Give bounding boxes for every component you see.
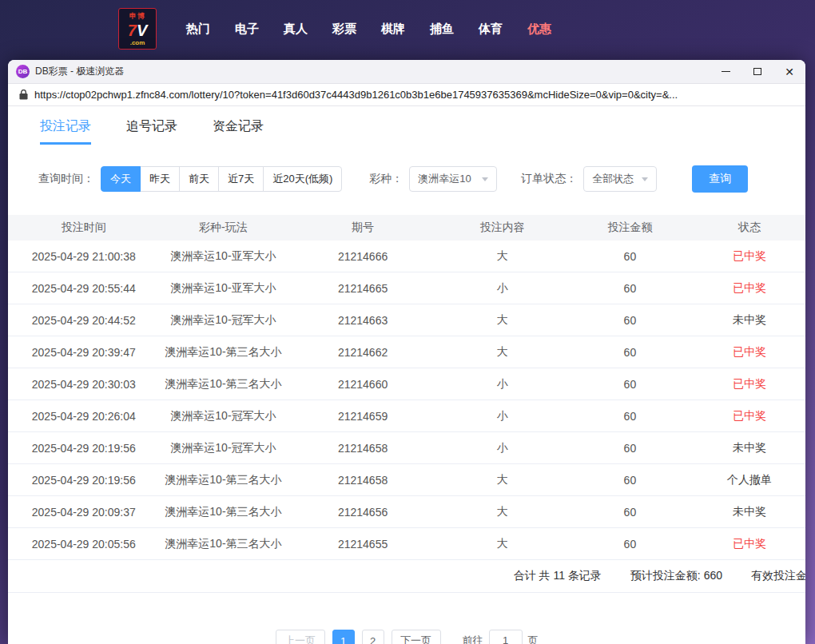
cell-status: 已中奖: [694, 345, 805, 360]
window-titlebar[interactable]: DB DB彩票 - 极速浏览器 ✕: [8, 60, 805, 84]
order-status-select[interactable]: 全部状态: [583, 166, 657, 192]
app-icon: DB: [16, 65, 30, 78]
cell-issue: 21214658: [287, 474, 439, 487]
site-logo-text-main: 7V: [128, 22, 147, 39]
cell-content: 大: [439, 249, 567, 264]
cell-game: 澳洲幸运10-第三名大小: [160, 473, 288, 487]
page-number-1[interactable]: 1: [332, 630, 355, 644]
table-row: 2025-04-29 20:19:56 澳洲幸运10-冠军大小 21214658…: [8, 432, 805, 464]
summary-expected-amount: 预计投注金额: 660: [630, 569, 722, 583]
cell-amount: 60: [567, 474, 694, 487]
minimize-button[interactable]: [710, 60, 741, 84]
time-filter-20days[interactable]: 近20天(低频): [263, 166, 342, 192]
site-top-nav: 申博 7V .com 热门 电子 真人 彩票 棋牌 捕鱼 体育 优惠: [0, 0, 815, 58]
query-button[interactable]: 查询: [692, 165, 748, 193]
nav-item-cards[interactable]: 棋牌: [381, 22, 405, 37]
nav-item-hot[interactable]: 热门: [186, 22, 210, 37]
table-summary: 合计 共 11 条记录 预计投注金额: 660 有效投注金额: [8, 560, 805, 593]
cell-game: 澳洲幸运10-冠军大小: [160, 409, 288, 423]
time-filter-yesterday[interactable]: 昨天: [140, 166, 180, 192]
header-status: 状态: [694, 221, 805, 235]
table-row: 2025-04-29 20:30:03 澳洲幸运10-第三名大小 2121466…: [8, 368, 805, 400]
address-bar[interactable]: https://ctop02pchwp1.zfnc84.com/lottery/…: [8, 84, 805, 106]
cell-content: 大: [439, 313, 567, 328]
table-row: 2025-04-29 21:00:38 澳洲幸运10-亚军大小 21214666…: [8, 241, 805, 272]
page-number-2[interactable]: 2: [362, 630, 384, 644]
cell-content: 大: [439, 537, 567, 551]
time-filter-day-before[interactable]: 前天: [179, 166, 219, 192]
cell-issue: 21214655: [287, 538, 439, 551]
nav-item-sports[interactable]: 体育: [479, 22, 503, 37]
time-filter-7days[interactable]: 近7天: [218, 166, 264, 192]
cell-status: 已中奖: [694, 409, 805, 423]
cell-amount: 60: [567, 282, 694, 295]
header-game-play: 彩种-玩法: [160, 221, 288, 235]
prev-page-button[interactable]: 上一页: [276, 630, 325, 644]
cell-amount: 60: [567, 346, 694, 359]
tab-bet-records[interactable]: 投注记录: [40, 118, 91, 145]
close-button[interactable]: ✕: [773, 60, 805, 84]
site-nav-items: 热门 电子 真人 彩票 棋牌 捕鱼 体育 优惠: [186, 22, 551, 37]
table-row: 2025-04-29 20:05:56 澳洲幸运10-第三名大小 2121465…: [8, 528, 805, 560]
cell-issue: 21214666: [287, 250, 439, 263]
time-filter-today[interactable]: 今天: [101, 166, 141, 192]
lottery-select[interactable]: 澳洲幸运10: [409, 166, 497, 192]
goto-label: 前往: [463, 634, 483, 644]
cell-time: 2025-04-29 20:19:56: [8, 442, 160, 455]
cell-game: 澳洲幸运10-亚军大小: [160, 249, 288, 264]
cell-issue: 21214665: [287, 282, 439, 295]
nav-item-fishing[interactable]: 捕鱼: [430, 22, 454, 37]
table-header: 投注时间 彩种-玩法 期号 投注内容 投注金额 状态: [8, 215, 805, 241]
header-issue: 期号: [287, 221, 439, 235]
site-logo[interactable]: 申博 7V .com: [118, 8, 157, 50]
cell-amount: 60: [567, 538, 694, 551]
cell-amount: 60: [567, 378, 694, 391]
cell-issue: 21214660: [287, 378, 439, 391]
cell-game: 澳洲幸运10-第三名大小: [160, 345, 288, 360]
maximize-button[interactable]: [741, 60, 773, 84]
status-badge: 已中奖: [733, 345, 766, 358]
cell-status: 未中奖: [694, 441, 805, 455]
lottery-filter-label: 彩种：: [369, 172, 403, 186]
table-row: 2025-04-29 20:09:37 澳洲幸运10-第三名大小 2121465…: [8, 496, 805, 528]
cell-amount: 60: [567, 250, 694, 263]
cell-issue: 21214659: [287, 410, 439, 423]
header-bet-amount: 投注金额: [567, 221, 694, 235]
lock-icon: [19, 89, 28, 100]
chevron-down-icon: [642, 177, 648, 181]
cell-content: 小: [439, 281, 567, 296]
cell-issue: 21214662: [287, 346, 439, 359]
header-bet-time: 投注时间: [8, 221, 160, 235]
cell-game: 澳洲幸运10-冠军大小: [160, 441, 288, 455]
cell-amount: 60: [567, 314, 694, 327]
cell-status: 个人撤单: [694, 473, 805, 487]
cell-issue: 21214656: [287, 506, 439, 519]
next-page-button[interactable]: 下一页: [392, 630, 441, 644]
nav-item-promo[interactable]: 优惠: [527, 22, 551, 37]
nav-item-live[interactable]: 真人: [284, 22, 308, 37]
summary-total: 合计 共 11 条记录: [514, 569, 602, 583]
cell-time: 2025-04-29 20:05:56: [8, 538, 160, 551]
nav-item-slots[interactable]: 电子: [235, 22, 259, 37]
cell-status: 未中奖: [694, 505, 805, 519]
cell-time: 2025-04-29 20:55:44: [8, 282, 160, 295]
nav-item-lottery[interactable]: 彩票: [332, 22, 356, 37]
tab-chase-records[interactable]: 追号记录: [126, 118, 177, 145]
bet-records-table: 投注时间 彩种-玩法 期号 投注内容 投注金额 状态 2025-04-29 21…: [8, 215, 805, 593]
cell-game: 澳洲幸运10-亚军大小: [160, 281, 288, 296]
chevron-down-icon: [482, 177, 488, 181]
cell-content: 大: [439, 473, 567, 487]
order-status-label: 订单状态：: [521, 172, 577, 186]
page-content: 投注记录 追号记录 资金记录 查询时间： 今天 昨天 前天 近7天 近20天(低…: [8, 106, 805, 644]
lottery-select-value: 澳洲幸运10: [418, 172, 471, 186]
minimize-icon: [722, 71, 730, 72]
time-filter-group: 今天 昨天 前天 近7天 近20天(低频): [101, 166, 342, 192]
goto-page-input[interactable]: [489, 630, 523, 644]
cell-game: 澳洲幸运10-第三名大小: [160, 505, 288, 519]
window-controls: ✕: [710, 60, 805, 84]
filter-row: 查询时间： 今天 昨天 前天 近7天 近20天(低频) 彩种： 澳洲幸运10 订…: [38, 165, 805, 193]
cell-status: 已中奖: [694, 537, 805, 551]
status-badge: 未中奖: [733, 313, 766, 326]
tab-fund-records[interactable]: 资金记录: [213, 118, 264, 145]
cell-time: 2025-04-29 20:30:03: [8, 378, 160, 391]
